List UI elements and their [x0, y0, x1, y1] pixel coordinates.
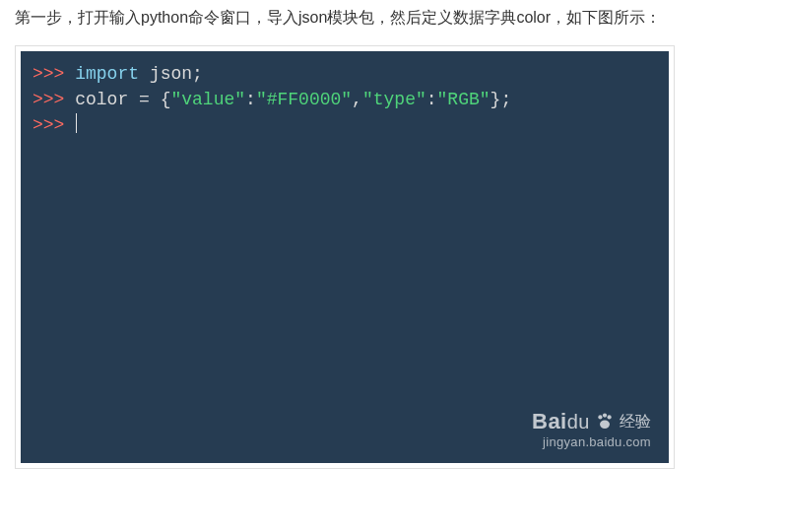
dict-key-value: "value" — [170, 90, 245, 109]
left-brace: { — [161, 90, 171, 109]
space — [139, 64, 150, 84]
svg-point-0 — [598, 415, 602, 419]
code-line-3: >>> — [33, 112, 657, 138]
dict-value-rgb: "RGB" — [437, 90, 491, 109]
semicolon: ; — [192, 64, 203, 84]
code-terminal-window: >>> import json; >>> color = {"value":"#… — [21, 51, 669, 463]
keyword-import: import — [75, 64, 139, 84]
watermark: Baidu 经验 jingyan.baidu.com — [532, 409, 651, 449]
svg-point-2 — [607, 415, 611, 419]
watermark-text-du: du — [567, 411, 590, 432]
page-container: 第一步，打开输入python命令窗口，导入json模块包，然后定义数据字典col… — [0, 0, 785, 469]
watermark-text-bai: Bai — [532, 409, 567, 433]
watermark-brand-row: Baidu 经验 — [532, 409, 651, 434]
comma: , — [352, 90, 362, 109]
code-line-2: >>> color = {"value":"#FF0000","type":"R… — [33, 87, 657, 112]
variable-color: color — [75, 90, 128, 109]
text-cursor-icon — [76, 113, 77, 133]
watermark-url: jingyan.baidu.com — [532, 434, 651, 449]
dict-key-type: "type" — [362, 90, 426, 109]
watermark-brand-bai: Baidu — [532, 409, 590, 434]
svg-point-3 — [600, 421, 610, 429]
colon: : — [426, 90, 437, 109]
semicolon: ; — [500, 90, 511, 109]
prompt-marker: >>> — [33, 64, 75, 84]
module-json: json — [150, 64, 192, 84]
screenshot-frame: >>> import json; >>> color = {"value":"#… — [15, 45, 675, 469]
prompt-marker: >>> — [33, 90, 75, 109]
paw-icon — [594, 411, 616, 432]
equals-operator: = — [128, 90, 160, 109]
watermark-experience-label: 经验 — [620, 412, 651, 432]
right-brace: } — [491, 90, 501, 109]
svg-point-1 — [603, 413, 607, 417]
step-instruction-text: 第一步，打开输入python命令窗口，导入json模块包，然后定义数据字典col… — [15, 4, 770, 32]
code-line-1: >>> import json; — [33, 61, 657, 87]
dict-value-ff0000: "#FF0000" — [256, 90, 352, 109]
prompt-marker: >>> — [33, 115, 75, 135]
colon: : — [245, 90, 256, 109]
